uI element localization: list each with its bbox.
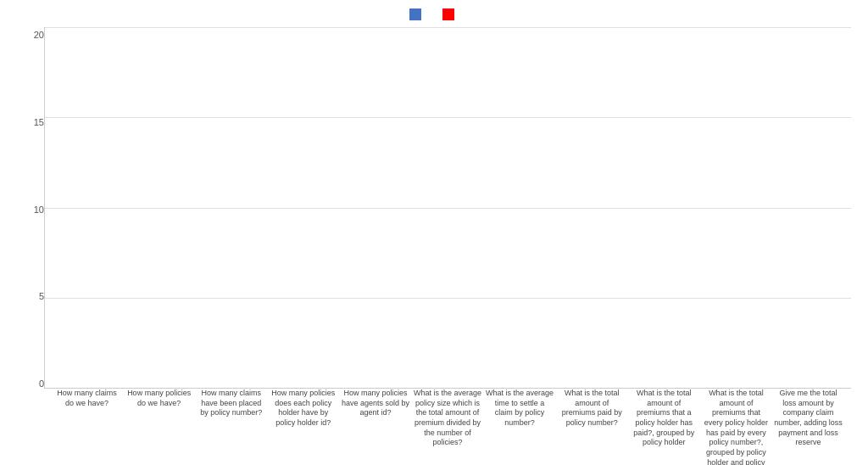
x-label-group: How many policies does each policy holde… <box>269 389 337 457</box>
legend-incorrect-color <box>442 8 454 20</box>
x-label: How many claims have been placed by poli… <box>197 389 265 457</box>
x-label: How many claims do we have? <box>53 389 121 457</box>
x-label-group: How many policies have agents sold by ag… <box>341 389 409 457</box>
x-label-group: What is the total amount of premiums tha… <box>630 389 698 457</box>
x-label: Give me the total loss amount by company… <box>774 389 843 457</box>
plot-area: How many claims do we have?How many poli… <box>44 27 851 457</box>
bars-grid <box>44 27 851 389</box>
y-tick: 20 <box>34 31 44 40</box>
x-label-group: What is the average policy size which is… <box>413 389 481 457</box>
x-label: What is the total amount of premiums tha… <box>630 389 698 457</box>
legend-incorrect <box>442 8 459 20</box>
bars-row <box>45 27 851 388</box>
x-label-group: What is the average time to settle a cla… <box>486 389 554 457</box>
x-label-group: What is the total amount of premiums tha… <box>702 389 771 457</box>
x-label: How many policies does each policy holde… <box>269 389 337 457</box>
x-label: How many policies do we have? <box>125 389 193 457</box>
x-label-group: How many claims have been placed by poli… <box>197 389 265 457</box>
chart-container: 20151050 How many claims do we have?How … <box>0 0 868 465</box>
x-label: How many policies have agents sold by ag… <box>341 389 409 457</box>
x-label: What is the total amount of premiums pai… <box>558 389 626 457</box>
chart-area: 20151050 How many claims do we have?How … <box>17 27 851 457</box>
x-label-group: What is the total amount of premiums pai… <box>558 389 626 457</box>
x-label-group: Give me the total loss amount by company… <box>774 389 843 457</box>
x-labels: How many claims do we have?How many poli… <box>44 389 851 457</box>
y-axis: 20151050 <box>17 27 44 457</box>
x-label: What is the average policy size which is… <box>413 389 481 457</box>
legend-correct <box>409 8 426 20</box>
y-tick: 15 <box>34 118 44 127</box>
x-label-group: How many claims do we have? <box>53 389 121 457</box>
chart-legend <box>17 8 851 20</box>
x-label: What is the average time to settle a cla… <box>486 389 554 457</box>
x-label: What is the total amount of premiums tha… <box>702 389 771 457</box>
y-tick: 10 <box>34 205 44 215</box>
x-label-group: How many policies do we have? <box>125 389 193 457</box>
legend-correct-color <box>409 8 421 20</box>
